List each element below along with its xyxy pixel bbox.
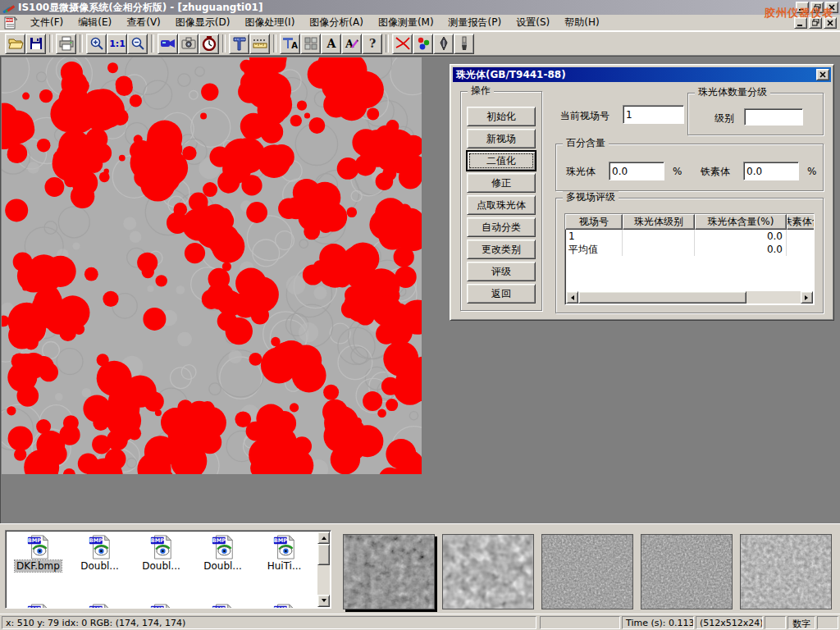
table-header-0[interactable]: 视场号 [565, 214, 623, 230]
grade-button[interactable]: 评级 [467, 262, 536, 281]
window-title: IS100显微摄像系统(金相分析版) - [zhuguangti01] [18, 1, 262, 15]
table-header-3[interactable]: 铁素体含量(%) [787, 214, 815, 230]
file-item-doubl-[interactable]: BMP Doubl... [192, 534, 253, 572]
bmp-file-icon: BMP [272, 603, 297, 609]
zoom-in-icon[interactable] [86, 34, 107, 54]
annotate-icon[interactable]: A [341, 34, 362, 54]
thumbnail-4[interactable] [641, 534, 733, 609]
dialog-title-bar[interactable]: 珠光体(GB/T9441-88) [453, 67, 831, 82]
binarize-button[interactable]: 二值化 [467, 151, 536, 171]
table-row[interactable]: 10.0 [565, 230, 815, 243]
pick-pearlite-button[interactable]: 点取珠光体 [467, 195, 536, 215]
open-icon[interactable] [5, 34, 25, 54]
svg-text:BMP: BMP [212, 606, 226, 609]
file-list[interactable]: BMP DKF.bmp BMP Doubl... BMP Doubl... BM… [5, 530, 331, 609]
status-mode: 数字 [788, 616, 815, 629]
scrollbar-thumb[interactable] [578, 291, 746, 304]
dialog-close-icon[interactable] [816, 69, 829, 80]
save-icon[interactable] [25, 34, 46, 54]
ferrite-input[interactable] [743, 162, 799, 180]
file-name-label: DKF.bmp [15, 560, 62, 572]
caliper-icon[interactable] [229, 34, 249, 54]
file-item-doubl-[interactable]: BMP Doubl... [69, 534, 130, 572]
table-header-1[interactable]: 珠光体级别 [623, 214, 695, 230]
zoom-out-icon[interactable] [127, 34, 148, 54]
curve-cut-icon[interactable] [392, 34, 413, 54]
file-item-partial[interactable]: BMP [130, 603, 192, 609]
table-header-2[interactable]: 珠光体含量(%) [695, 214, 787, 230]
mdi-minimize-button[interactable] [794, 17, 807, 29]
document-icon[interactable]: DOC [3, 16, 18, 30]
clock-icon[interactable] [199, 34, 219, 54]
thumbnail-2[interactable] [442, 534, 534, 609]
svg-text:1:1: 1:1 [109, 39, 126, 49]
thumbnail-3[interactable] [541, 534, 633, 609]
app-icon [2, 2, 15, 13]
help-icon[interactable]: ? [362, 34, 382, 54]
file-item-huiti-[interactable]: BMP HuiTi... [253, 534, 315, 572]
menu-item-report[interactable]: 测量报告(P) [441, 14, 509, 31]
actual-size-icon[interactable]: 1:1 [107, 34, 127, 54]
rating-table[interactable]: 视场号珠光体级别珠光体含量(%)铁素体含量(%) 10.0平均值0.0 [564, 213, 815, 305]
auto-classify-button[interactable]: 自动分类 [467, 217, 536, 237]
table-horizontal-scrollbar[interactable] [566, 291, 813, 304]
menu-item-view[interactable]: 查看(V) [119, 14, 168, 31]
menu-item-edit[interactable]: 编辑(E) [71, 14, 119, 31]
mdi-restore-button[interactable] [809, 17, 822, 29]
init-button[interactable]: 初始化 [467, 107, 536, 126]
return-button[interactable]: 返回 [467, 284, 536, 304]
menu-item-image-display[interactable]: 图像显示(D) [168, 14, 238, 31]
scroll-down-icon[interactable] [317, 595, 330, 607]
scroll-right-icon[interactable] [801, 291, 813, 304]
file-item-partial[interactable]: BMP [192, 603, 253, 609]
file-item-partial[interactable]: BMP [69, 603, 130, 609]
ferrite-label: 铁素体 [701, 165, 730, 179]
minimize-button[interactable] [796, 2, 809, 13]
menu-item-image-analysis[interactable]: 图像分析(A) [302, 14, 371, 31]
menu-item-image-process[interactable]: 图像处理(I) [237, 14, 302, 31]
table-cell [787, 230, 815, 243]
scroll-left-icon[interactable] [566, 291, 578, 304]
table-row[interactable]: 平均值0.0 [565, 243, 815, 256]
pearlite-dialog: 珠光体(GB/T9441-88) 操作 初始化新视场二值化修正点取珠光体自动分类… [450, 64, 834, 321]
thumbnail-5[interactable] [740, 534, 832, 609]
current-field-input[interactable] [623, 105, 684, 124]
capture-icon[interactable] [178, 34, 199, 54]
correct-button[interactable]: 修正 [467, 173, 536, 193]
pearlite-input[interactable] [609, 162, 664, 180]
bmp-file-icon: BMP [211, 603, 235, 609]
video-camera-icon[interactable] [158, 34, 178, 54]
status-empty-panel [540, 616, 620, 629]
file-item-doubl-[interactable]: BMP Doubl... [130, 534, 192, 572]
brush-icon[interactable] [454, 34, 474, 54]
close-button[interactable] [825, 2, 838, 13]
ferrite-percent-sign: % [807, 166, 816, 177]
status-time: Time (s): 0.113 [622, 616, 694, 629]
menu-item-settings[interactable]: 设置(S) [509, 14, 557, 31]
restore-button[interactable] [810, 2, 824, 13]
svg-text:A: A [291, 41, 298, 50]
file-list-scrollbar[interactable] [317, 532, 330, 607]
scroll-up-icon[interactable] [317, 532, 330, 544]
text-icon[interactable]: A [321, 34, 341, 54]
file-item-dkf-bmp[interactable]: BMP DKF.bmp [7, 534, 69, 572]
measure-text-icon[interactable]: A [280, 34, 300, 54]
mdi-close-button[interactable] [824, 17, 837, 29]
grade-input[interactable] [744, 108, 803, 126]
menu-item-help[interactable]: 帮助(H) [557, 14, 606, 31]
pen-icon[interactable] [433, 34, 454, 54]
grid-pattern-icon[interactable] [300, 34, 321, 54]
ruler-icon[interactable] [249, 34, 270, 54]
scrollbar-thumb[interactable] [317, 544, 330, 565]
color-classify-icon[interactable] [413, 34, 433, 54]
menu-item-image-measure[interactable]: 图像测量(M) [371, 14, 441, 31]
change-class-button[interactable]: 更改类别 [467, 240, 536, 259]
micrograph-binarized-image[interactable] [2, 57, 422, 474]
bmp-file-icon: BMP [26, 534, 51, 560]
file-item-partial[interactable]: BMP [253, 603, 315, 609]
new-field-button[interactable]: 新视场 [467, 129, 536, 148]
print-icon[interactable] [56, 34, 76, 54]
menu-item-file[interactable]: 文件(F) [23, 14, 71, 31]
file-item-partial[interactable]: BMP [7, 603, 69, 609]
thumbnail-1[interactable] [343, 534, 435, 609]
